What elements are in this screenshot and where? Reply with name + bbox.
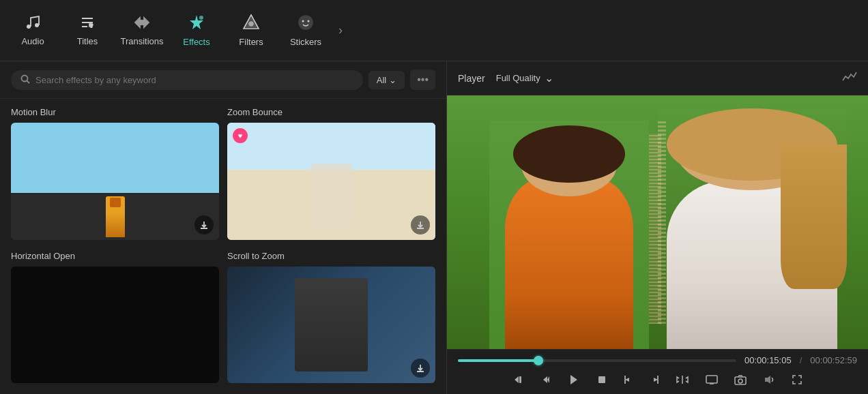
effect-col-4: Scroll to Zoom [227,251,435,384]
effect-card-motion-blur[interactable] [11,123,219,240]
player-controls: 00:00:15:05 / 00:00:52:59 [447,349,868,394]
download-icon-motion-blur[interactable] [194,215,214,234]
svg-marker-27 [765,376,770,384]
quality-select[interactable]: Full Quality ⌄ [496,72,553,85]
filters-icon [242,14,260,34]
zoom-bounce-label: Zoom Bounce [227,107,435,117]
nav-stickers[interactable]: Stickers [278,3,333,58]
monitor-button[interactable] [703,372,721,388]
svg-marker-17 [570,375,577,384]
volume-button[interactable] [760,372,778,388]
transitions-icon [133,14,151,33]
video-frame [447,95,868,349]
player-panel: Player Full Quality ⌄ [447,61,868,394]
mark-in-button[interactable] [621,372,636,388]
search-bar: All ⌄ ••• [0,61,446,99]
stickers-label: Stickers [290,37,321,47]
nav-titles[interactable]: T Titles [60,3,115,58]
main-area: All ⌄ ••• Motion Blur [0,61,868,394]
svg-point-1 [35,23,39,27]
svg-point-10 [308,20,310,22]
svg-marker-13 [515,376,519,383]
effect-card-scroll-to-zoom[interactable] [227,267,435,384]
effect-row-2: Horizontal Open Scroll to Zoom [11,251,435,384]
more-dots-icon: ••• [417,74,429,86]
split-button[interactable] [673,372,692,388]
scroll-to-zoom-label: Scroll to Zoom [227,251,435,261]
controls-row [458,371,857,389]
snapshot-button[interactable] [732,372,749,388]
svg-point-7 [249,22,253,26]
fullscreen-button[interactable] [789,372,805,388]
stickers-icon [297,14,315,34]
effect-col-3: Horizontal Open [11,251,219,384]
search-input[interactable] [35,75,353,85]
transitions-label: Transitions [120,36,163,46]
progress-thumb[interactable] [534,356,543,365]
effect-card-zoom-bounce[interactable]: ♥ [227,123,435,240]
svg-rect-14 [519,376,521,383]
audio-icon [25,14,41,33]
titles-icon: T [79,14,96,33]
quality-label: Full Quality [496,73,540,83]
top-nav: Audio T Titles Transitions Effects [0,0,868,61]
svg-rect-18 [598,376,605,383]
nav-transitions[interactable]: Transitions [115,3,169,58]
audio-label: Audio [21,36,44,46]
motion-blur-label: Motion Blur [11,107,219,117]
nav-filters[interactable]: Filters [224,3,278,58]
effects-panel: All ⌄ ••• Motion Blur [0,61,447,394]
svg-point-4 [199,16,203,20]
player-title: Player [458,73,485,84]
progress-fill [458,359,538,362]
effects-grid: Motion Blur [0,99,446,394]
filters-label: Filters [239,37,263,47]
svg-text:T: T [90,24,93,28]
nav-more-chevron[interactable]: › [333,20,348,40]
search-icon [20,74,30,86]
progress-bar[interactable] [458,359,736,362]
chevron-down-icon: ⌄ [389,75,396,85]
video-player[interactable] [447,95,868,349]
filter-label: All [377,75,386,85]
titles-label: Titles [77,36,98,46]
filter-dropdown[interactable]: All ⌄ [368,71,405,89]
effect-row-1: Motion Blur [11,107,435,240]
svg-marker-15 [543,376,547,383]
search-input-wrap[interactable] [11,70,363,90]
time-total: 00:00:52:59 [810,355,857,365]
download-icon-zoom-bounce[interactable] [411,215,430,234]
play-button[interactable] [565,371,583,389]
player-header: Player Full Quality ⌄ [447,61,868,95]
svg-point-9 [302,20,304,22]
lighthouse-graphic [106,196,125,237]
rewind-button[interactable] [510,372,527,388]
step-back-button[interactable] [538,372,554,388]
mark-out-button[interactable] [647,372,662,388]
progress-row: 00:00:15:05 / 00:00:52:59 [458,355,857,365]
nav-audio[interactable]: Audio [5,3,60,58]
time-divider: / [800,355,802,365]
effects-icon [188,14,205,34]
svg-rect-22 [706,376,717,383]
svg-marker-16 [547,376,549,383]
player-stats-button[interactable] [842,71,857,85]
nav-effects[interactable]: Effects [169,3,224,58]
horizontal-open-label: Horizontal Open [11,251,219,261]
svg-point-26 [738,379,742,383]
download-icon-scroll-zoom[interactable] [411,359,430,378]
effect-card-horizontal-open[interactable] [11,267,219,384]
quality-chevron-icon: ⌄ [545,72,553,85]
effect-col-2: Zoom Bounce ♥ [227,107,435,240]
effect-col-1: Motion Blur [11,107,219,240]
svg-line-12 [27,80,30,83]
effect-cards-row1: Motion Blur [11,107,435,240]
effects-label: Effects [183,37,210,47]
svg-point-8 [299,16,313,29]
stop-button[interactable] [594,372,610,388]
svg-point-11 [22,75,28,81]
badge-heart-zoom-bounce: ♥ [233,128,248,143]
more-options-button[interactable]: ••• [410,70,435,90]
effect-cards-row2: Horizontal Open Scroll to Zoom [11,251,435,384]
svg-point-0 [27,25,31,29]
